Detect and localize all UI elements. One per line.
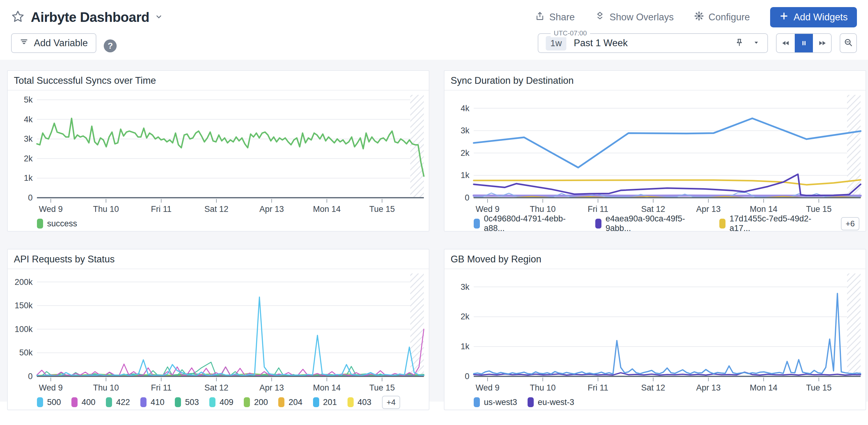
y-tick-label: 1k <box>461 342 469 351</box>
y-tick-label: 0 <box>28 193 33 202</box>
legend-item[interactable]: 403 <box>347 397 372 407</box>
x-tick-label: Sat 12 <box>205 205 228 214</box>
x-tick-label: Fri 11 <box>151 383 172 392</box>
share-label: Share <box>550 12 575 23</box>
series-line-0c49680d-4791-4ebb-a88 <box>474 118 861 168</box>
x-tick-label: Wed 9 <box>475 205 500 214</box>
dashboard-header: Airbyte Dashboard Share <box>0 0 868 53</box>
widget-total-successful-syncs: Total Successful Syncs over Time 01k2k3k… <box>7 70 429 232</box>
y-tick-label: 5k <box>24 95 33 104</box>
widget-title: API Requests by Status <box>8 249 429 269</box>
add-widgets-button[interactable]: Add Widgets <box>770 7 857 27</box>
legend-item[interactable]: us-west3 <box>474 397 517 407</box>
legend-swatch <box>595 219 601 229</box>
legend-label: 503 <box>185 398 199 407</box>
legend-item[interactable]: 0c49680d-4791-4ebb-a88... <box>474 214 585 233</box>
chart-canvas-sync-duration[interactable]: 01k2k3k4kWed 9Thu 10Fri 11Sat 12Apr 13Mo… <box>444 91 866 215</box>
legend-item[interactable]: 410 <box>141 397 164 407</box>
pause-button[interactable] <box>795 34 813 52</box>
y-tick-label: 2k <box>24 154 33 163</box>
incomplete-data-hatch <box>847 273 861 376</box>
widget-title: GB Moved by Region <box>444 249 866 269</box>
x-tick-label: Wed 9 <box>39 205 63 214</box>
legend-item[interactable]: eu-west-3 <box>528 397 575 407</box>
series-line-success <box>37 118 424 176</box>
legend-overflow-badge[interactable]: +6 <box>841 217 859 230</box>
help-icon[interactable]: ? <box>104 39 117 52</box>
star-icon[interactable] <box>11 10 25 25</box>
page-title: Airbyte Dashboard <box>31 9 149 25</box>
y-tick-label: 1k <box>24 173 33 183</box>
legend-item[interactable]: 400 <box>71 397 95 407</box>
add-widgets-label: Add Widgets <box>794 12 848 23</box>
configure-label: Configure <box>709 12 750 23</box>
timezone-label: UTC-07:00 <box>551 29 590 37</box>
legend-label: 204 <box>288 398 302 407</box>
plus-icon <box>779 11 788 23</box>
configure-button[interactable]: Configure <box>694 11 750 23</box>
x-tick-label: Apr 13 <box>259 383 284 392</box>
x-tick-label: Thu 10 <box>530 383 556 392</box>
legend-label: 409 <box>219 398 233 407</box>
x-tick-label: Wed 9 <box>475 383 500 392</box>
chart-canvas-gb-moved[interactable]: 01k2k3kWed 9Thu 10Fri 11Sat 12Apr 13Mon … <box>444 269 866 394</box>
legend-label: 17d1455c-7ed5-49d2-a17... <box>730 214 831 233</box>
legend-item[interactable]: 503 <box>175 397 199 407</box>
x-tick-label: Fri 11 <box>588 383 608 392</box>
y-tick-label: 3k <box>24 134 33 144</box>
rewind-button[interactable] <box>777 34 795 52</box>
range-short-chip[interactable]: 1w <box>546 36 566 51</box>
y-tick-label: 50k <box>19 348 33 357</box>
series-line-400 <box>37 329 424 375</box>
legend-item[interactable]: 201 <box>313 397 337 407</box>
fast-forward-button[interactable] <box>813 34 831 52</box>
legend-label: eu-west-3 <box>538 398 575 407</box>
y-tick-label: 200k <box>14 277 33 287</box>
x-tick-label: Mon 14 <box>750 205 777 214</box>
time-playback-controls <box>776 33 832 53</box>
incomplete-data-hatch <box>847 95 861 198</box>
overlays-icon <box>595 11 605 23</box>
dashboard-board: Total Successful Syncs over Time 01k2k3k… <box>0 60 868 402</box>
legend-item[interactable]: e4aea90a-90ca-49f5-9abb... <box>595 214 709 233</box>
widget-title: Total Successful Syncs over Time <box>8 71 429 91</box>
y-tick-label: 100k <box>14 325 33 334</box>
add-variable-button[interactable]: Add Variable <box>11 33 96 53</box>
filter-icon <box>20 37 28 49</box>
x-tick-label: Tue 15 <box>806 205 832 214</box>
y-tick-label: 0 <box>465 193 469 202</box>
y-tick-label: 0 <box>465 372 469 381</box>
legend-label: us-west3 <box>484 398 517 407</box>
show-overlays-button[interactable]: Show Overlays <box>595 11 674 23</box>
x-tick-label: Thu 10 <box>93 205 119 214</box>
x-tick-label: Tue 15 <box>806 383 832 392</box>
time-range-picker: UTC-07:00 1w Past 1 Week <box>538 33 768 53</box>
legend-item[interactable]: 204 <box>278 397 302 407</box>
legend-swatch <box>106 397 112 407</box>
legend-swatch <box>313 397 319 407</box>
widget-gb-moved: GB Moved by Region 01k2k3kWed 9Thu 10Fri… <box>444 249 866 410</box>
legend-item[interactable]: 200 <box>244 397 268 407</box>
legend-item[interactable]: 500 <box>37 397 61 407</box>
y-tick-label: 150k <box>14 301 33 310</box>
x-tick-label: Apr 13 <box>696 205 721 214</box>
chart-canvas-total-syncs[interactable]: 01k2k3k4k5kWed 9Thu 10Fri 11Sat 12Apr 13… <box>8 91 429 215</box>
y-tick-label: 3k <box>461 282 469 292</box>
legend-overflow-badge[interactable]: +4 <box>382 396 400 409</box>
x-tick-label: Sat 12 <box>641 205 665 214</box>
legend-swatch <box>141 397 147 407</box>
legend-item[interactable]: 409 <box>209 397 233 407</box>
caret-down-icon[interactable] <box>752 39 760 48</box>
share-button[interactable]: Share <box>535 11 575 23</box>
gear-icon <box>694 11 704 23</box>
legend-item[interactable]: success <box>37 219 77 229</box>
add-variable-label: Add Variable <box>34 37 88 49</box>
title-chevron-down-icon[interactable] <box>154 12 163 23</box>
legend-swatch <box>244 397 250 407</box>
legend-item[interactable]: 422 <box>106 397 130 407</box>
chart-canvas-api-requests[interactable]: 050k100k150k200kWed 9Thu 10Fri 11Sat 12A… <box>8 269 429 394</box>
pin-icon[interactable] <box>735 38 744 48</box>
y-tick-label: 2k <box>461 148 469 158</box>
zoom-out-button[interactable] <box>840 33 857 53</box>
legend-item[interactable]: 17d1455c-7ed5-49d2-a17... <box>719 214 831 233</box>
